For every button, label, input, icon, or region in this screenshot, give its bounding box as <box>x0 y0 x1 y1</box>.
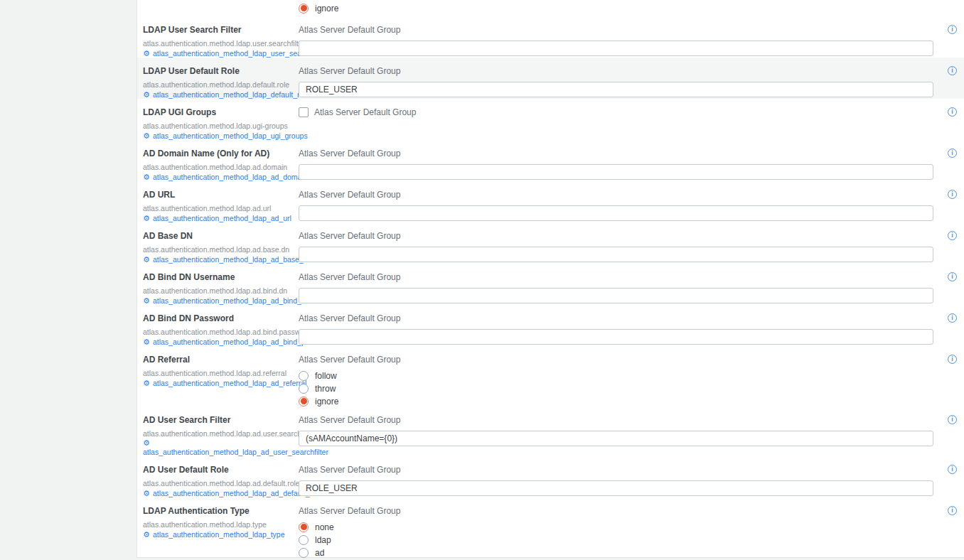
info-icon[interactable]: i <box>948 231 957 240</box>
setting-label: AD Domain Name (Only for AD) <box>143 149 289 158</box>
setting-label-column: LDAP Authentication Typeatlas.authentica… <box>137 497 289 539</box>
gears-icon: ⚙ <box>143 50 150 57</box>
setting-control-column: Atlas Server Default Group <box>289 16 933 56</box>
config-row-partial: ignore <box>137 0 964 16</box>
setting-property-name: atlas.authentication.method.ldap.ad.base… <box>143 245 289 254</box>
config-key-link[interactable]: ⚙atlas_authentication_method_ldap_defaul… <box>143 90 289 99</box>
config-key-text: atlas_authentication_method_ldap_ad_bind… <box>153 296 310 305</box>
setting-label: AD User Search Filter <box>143 415 289 425</box>
info-icon[interactable]: i <box>948 66 957 75</box>
setting-label-column: AD User Default Roleatlas.authentication… <box>137 456 289 497</box>
gears-icon: ⚙ <box>143 297 150 304</box>
radio-selected-icon[interactable] <box>299 397 309 406</box>
radio-unselected-icon[interactable] <box>299 548 309 558</box>
setting-control-column: Atlas Server Default Group <box>289 181 933 221</box>
config-key-text: atlas_authentication_method_ldap_ad_user… <box>143 448 289 456</box>
group-label: Atlas Server Default Group <box>299 465 933 475</box>
config-key-link[interactable]: ⚙atlas_authentication_method_ldap_ad_def… <box>143 489 289 497</box>
setting-control-column: Atlas Server Default Group <box>289 222 933 262</box>
setting-control-column: Atlas Server Default Group <box>289 140 933 180</box>
setting-control-column: ignore <box>289 0 933 14</box>
info-icon[interactable]: i <box>948 149 957 158</box>
default-group-checkbox-row: Atlas Server Default Group <box>299 107 933 117</box>
radio-option-label: follow <box>315 371 337 381</box>
value-input[interactable] <box>299 480 933 496</box>
setting-control-column: Atlas Server Default Group <box>289 264 933 303</box>
config-row: AD Referralatlas.authentication.method.l… <box>137 346 964 406</box>
group-label: Atlas Server Default Group <box>314 107 416 117</box>
setting-label: AD Referral <box>143 355 289 365</box>
radio-unselected-icon[interactable] <box>299 535 309 545</box>
setting-control-column: Atlas Server Default Group <box>289 305 933 345</box>
setting-property-name: atlas.authentication.method.ldap.default… <box>143 80 289 89</box>
config-key-link[interactable]: ⚙atlas_authentication_method_ldap_ad_dom… <box>143 173 289 181</box>
setting-label: AD Base DN <box>143 231 289 241</box>
radio-option[interactable]: ad <box>299 547 933 558</box>
config-key-text: atlas_authentication_method_ldap_ad_url <box>153 214 291 222</box>
config-row: AD URLatlas.authentication.method.ldap.a… <box>137 181 964 222</box>
radio-option[interactable]: follow <box>299 370 933 381</box>
radio-option[interactable]: ldap <box>299 534 933 545</box>
config-row: AD Bind DN Passwordatlas.authentication.… <box>137 305 964 346</box>
value-input[interactable] <box>299 247 933 262</box>
radio-selected-icon[interactable] <box>299 4 309 14</box>
value-input[interactable] <box>299 82 933 97</box>
gears-icon: ⚙ <box>143 439 289 446</box>
info-icon[interactable]: i <box>948 506 957 515</box>
radio-selected-icon[interactable] <box>299 522 309 532</box>
config-key-text: atlas_authentication_method_ldap_type <box>153 530 285 539</box>
value-input[interactable] <box>299 329 933 345</box>
config-key-link[interactable]: ⚙atlas_authentication_method_ldap_ad_ref… <box>143 379 289 387</box>
group-label: Atlas Server Default Group <box>299 25 933 35</box>
group-label: Atlas Server Default Group <box>299 313 933 323</box>
config-key-link[interactable]: ⚙atlas_authentication_method_ldap_ad_bin… <box>143 296 289 305</box>
info-icon[interactable]: i <box>948 415 957 424</box>
radio-unselected-icon[interactable] <box>299 371 309 381</box>
config-card: ignoreLDAP User Search Filteratlas.authe… <box>136 0 964 558</box>
info-icon[interactable]: i <box>948 190 957 199</box>
radio-option[interactable]: none <box>299 522 933 532</box>
config-key-link[interactable]: ⚙atlas_authentication_method_ldap_ad_use… <box>143 439 289 456</box>
config-row: AD Base DNatlas.authentication.method.ld… <box>137 222 964 264</box>
info-icon[interactable]: i <box>948 107 957 117</box>
config-key-link[interactable]: ⚙atlas_authentication_method_ldap_ad_url <box>143 214 289 222</box>
gears-icon: ⚙ <box>143 91 150 98</box>
group-label: Atlas Server Default Group <box>299 190 933 200</box>
group-label: Atlas Server Default Group <box>299 506 933 516</box>
radio-unselected-icon[interactable] <box>299 384 309 394</box>
value-input[interactable] <box>299 41 933 56</box>
config-row: AD User Default Roleatlas.authentication… <box>137 456 964 497</box>
checkbox[interactable] <box>299 107 309 117</box>
config-row: AD User Search Filteratlas.authenticatio… <box>137 406 964 456</box>
info-icon[interactable]: i <box>948 272 957 281</box>
setting-property-name: atlas.authentication.method.ldap.ad.bind… <box>143 328 289 336</box>
radio-option[interactable]: ignore <box>299 396 933 406</box>
config-key-text: atlas_authentication_method_ldap_default… <box>153 90 310 99</box>
config-key-link[interactable]: ⚙atlas_authentication_method_ldap_ad_bas… <box>143 255 289 264</box>
info-icon[interactable]: i <box>948 465 957 474</box>
radio-option[interactable]: ignore <box>299 3 933 14</box>
info-icon[interactable]: i <box>948 313 957 323</box>
radio-option[interactable]: throw <box>299 383 933 394</box>
config-key-text: atlas_authentication_method_ldap_ad_refe… <box>153 379 307 387</box>
config-key-link[interactable]: ⚙atlas_authentication_method_ldap_ad_bin… <box>143 338 289 346</box>
value-input[interactable] <box>299 205 933 221</box>
group-label: Atlas Server Default Group <box>299 231 933 241</box>
setting-label: LDAP User Search Filter <box>143 25 289 35</box>
info-icon[interactable]: i <box>948 25 957 34</box>
value-input[interactable] <box>299 288 933 303</box>
config-key-link[interactable]: ⚙atlas_authentication_method_ldap_user_s… <box>143 49 289 58</box>
setting-property-name: atlas.authentication.method.ldap.ad.refe… <box>143 369 289 377</box>
value-input[interactable] <box>299 431 933 446</box>
config-row: AD Domain Name (Only for AD)atlas.authen… <box>137 140 964 181</box>
group-label: Atlas Server Default Group <box>299 355 933 365</box>
setting-label: AD Bind DN Username <box>143 272 289 282</box>
config-key-link[interactable]: ⚙atlas_authentication_method_ldap_type <box>143 530 289 539</box>
config-row: LDAP User Search Filteratlas.authenticat… <box>137 16 964 58</box>
radio-option-label: ignore <box>315 4 338 14</box>
setting-label-column <box>137 0 289 5</box>
value-input[interactable] <box>299 164 933 180</box>
setting-label: LDAP User Default Role <box>143 66 289 76</box>
config-key-link[interactable]: ⚙atlas_authentication_method_ldap_ugi_gr… <box>143 131 289 140</box>
info-icon[interactable]: i <box>948 355 957 364</box>
